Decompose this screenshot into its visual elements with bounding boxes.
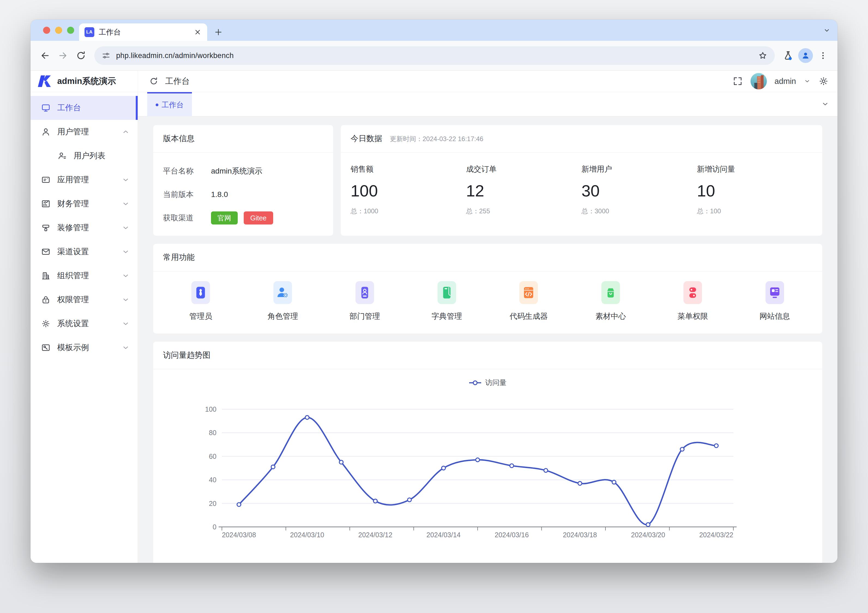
browser-window: LA 工作台 bbox=[31, 20, 837, 563]
stat-total: 总：3000 bbox=[581, 207, 697, 215]
sidebar-item-9[interactable]: 系统设置 bbox=[31, 312, 138, 336]
sidebar-item-0[interactable]: 工作台 bbox=[31, 96, 138, 120]
monitor-icon bbox=[41, 103, 51, 113]
header-nav: 工作台 bbox=[138, 71, 733, 92]
experiments-flask-icon[interactable] bbox=[780, 48, 796, 63]
menu-dots-icon[interactable] bbox=[815, 48, 831, 63]
feature-3[interactable]: 字典管理 bbox=[432, 281, 462, 322]
header-nav-title: 工作台 bbox=[165, 76, 190, 87]
zoom-window-button[interactable] bbox=[67, 27, 74, 34]
stat-label: 销售额 bbox=[350, 164, 466, 174]
channel-buttons: 官网Gitee bbox=[211, 211, 279, 224]
department-badge-icon bbox=[355, 281, 374, 304]
version-row-value: 1.8.0 bbox=[211, 190, 228, 199]
legend-line-marker-icon bbox=[469, 380, 481, 385]
sidebar-item-6[interactable]: 渠道设置 bbox=[31, 240, 138, 264]
browser-tab[interactable]: LA 工作台 bbox=[79, 23, 207, 41]
sidebar-item-1[interactable]: 用户管理 bbox=[31, 120, 138, 144]
feature-1[interactable]: 角色管理 bbox=[267, 281, 298, 322]
username[interactable]: admin bbox=[775, 77, 796, 86]
role-user-gear-icon bbox=[273, 281, 292, 304]
feature-2[interactable]: 部门管理 bbox=[349, 281, 380, 322]
website-monitor-icon bbox=[766, 281, 784, 304]
new-tab-plus-icon[interactable] bbox=[214, 23, 223, 41]
page-content: 版本信息 平台名称 admin系统演示 当前版本 1.8.0 获取渠道 官网Gi… bbox=[138, 116, 837, 563]
chevron-down-icon bbox=[122, 176, 130, 184]
sidebar-item-label: 组织管理 bbox=[57, 270, 115, 281]
stat-3: 新增访问量 10 总：100 bbox=[697, 164, 813, 236]
gear-icon[interactable] bbox=[818, 76, 829, 87]
chevron-down-icon[interactable] bbox=[804, 77, 811, 85]
feature-label: 菜单权限 bbox=[677, 311, 708, 322]
chart-legend[interactable]: 访问量 bbox=[153, 378, 822, 387]
svg-text:2024/03/22: 2024/03/22 bbox=[699, 531, 733, 539]
version-channel-row: 获取渠道 官网Gitee bbox=[163, 211, 323, 224]
template-icon bbox=[41, 343, 51, 353]
sidebar-item-2[interactable]: 用户列表 bbox=[31, 144, 138, 168]
sidebar-item-5[interactable]: 装修管理 bbox=[31, 216, 138, 240]
url-text: php.likeadmin.cn/admin/workbench bbox=[116, 51, 752, 60]
feature-label: 网站信息 bbox=[760, 311, 790, 322]
sidebar-item-label: 系统设置 bbox=[57, 318, 115, 329]
stat-label: 成交订单 bbox=[466, 164, 582, 174]
today-card-title: 今日数据 bbox=[350, 133, 382, 144]
reload-icon[interactable] bbox=[73, 48, 89, 63]
sidebar-item-label: 财务管理 bbox=[57, 198, 115, 209]
chevron-down-icon bbox=[122, 248, 130, 255]
refresh-icon[interactable] bbox=[149, 76, 159, 86]
stat-label: 新增访问量 bbox=[697, 164, 813, 174]
chevron-down-icon bbox=[122, 320, 130, 328]
visits-trend-chart: 0204060801002024/03/082024/03/102024/03/… bbox=[153, 387, 822, 563]
traffic-lights bbox=[43, 20, 74, 41]
feature-7[interactable]: 网站信息 bbox=[760, 281, 790, 322]
minimize-window-button[interactable] bbox=[55, 27, 62, 34]
legend-series-label: 访问量 bbox=[485, 378, 507, 387]
forward-icon[interactable] bbox=[55, 48, 71, 63]
stat-label: 新增用户 bbox=[581, 164, 697, 174]
visits-trend-card: 访问量趋势图 访问量 0204060801002024/03/082024/03… bbox=[153, 342, 822, 563]
chevron-down-icon bbox=[122, 200, 130, 207]
back-icon[interactable] bbox=[37, 48, 53, 63]
chart-card-title: 访问量趋势图 bbox=[163, 350, 211, 361]
close-window-button[interactable] bbox=[43, 27, 50, 34]
feature-0[interactable]: 管理员 bbox=[189, 281, 212, 322]
user-list-icon bbox=[57, 151, 67, 161]
channel-button-0[interactable]: 官网 bbox=[211, 211, 238, 224]
url-bar[interactable]: php.likeadmin.cn/admin/workbench bbox=[95, 46, 775, 65]
sidebar-item-label: 应用管理 bbox=[57, 174, 115, 185]
stat-total: 总：255 bbox=[466, 207, 582, 215]
content-column: 工作台 版本信息 平台名称 admin系统演示 bbox=[138, 92, 837, 563]
version-row-label: 当前版本 bbox=[163, 189, 211, 200]
browser-tabstrip: LA 工作台 bbox=[31, 20, 837, 41]
sidebar-item-10[interactable]: 模板示例 bbox=[31, 336, 138, 360]
stat-total: 总：1000 bbox=[350, 207, 466, 215]
material-bag-icon bbox=[601, 281, 620, 304]
svg-text:40: 40 bbox=[209, 476, 217, 484]
profile-icon[interactable] bbox=[798, 48, 813, 63]
channel-button-1[interactable]: Gitee bbox=[244, 211, 273, 224]
sidebar: 工作台 用户管理 用户列表 应用管理 财务管理 装修管理 bbox=[31, 92, 138, 563]
feature-label: 代码生成器 bbox=[510, 311, 548, 322]
sidebar-item-label: 工作台 bbox=[57, 102, 130, 113]
version-card-header: 版本信息 bbox=[153, 125, 333, 153]
sidebar-item-8[interactable]: 权限管理 bbox=[31, 288, 138, 312]
feature-4[interactable]: 代码生成器 bbox=[510, 281, 548, 322]
line-chart-svg: 0204060801002024/03/082024/03/102024/03/… bbox=[153, 387, 822, 551]
fullscreen-icon[interactable] bbox=[733, 76, 743, 87]
app-icon bbox=[41, 175, 51, 185]
sidebar-item-7[interactable]: 组织管理 bbox=[31, 264, 138, 288]
tabstrip-chevron-down-icon[interactable] bbox=[823, 20, 831, 41]
sidebar-item-4[interactable]: 财务管理 bbox=[31, 192, 138, 216]
version-row-1: 当前版本 1.8.0 bbox=[163, 188, 323, 201]
close-icon[interactable] bbox=[194, 28, 202, 36]
tabs-chevron-down-icon[interactable] bbox=[821, 100, 829, 108]
page-tab-workbench[interactable]: 工作台 bbox=[147, 92, 192, 116]
sidebar-item-3[interactable]: 应用管理 bbox=[31, 168, 138, 192]
feature-5[interactable]: 素材中心 bbox=[595, 281, 626, 322]
dictionary-book-icon bbox=[437, 281, 456, 304]
svg-text:2024/03/10: 2024/03/10 bbox=[290, 531, 324, 539]
feature-6[interactable]: 菜单权限 bbox=[677, 281, 708, 322]
avatar[interactable] bbox=[750, 73, 767, 89]
bookmark-star-icon[interactable] bbox=[758, 51, 768, 60]
site-settings-icon[interactable] bbox=[101, 51, 111, 60]
